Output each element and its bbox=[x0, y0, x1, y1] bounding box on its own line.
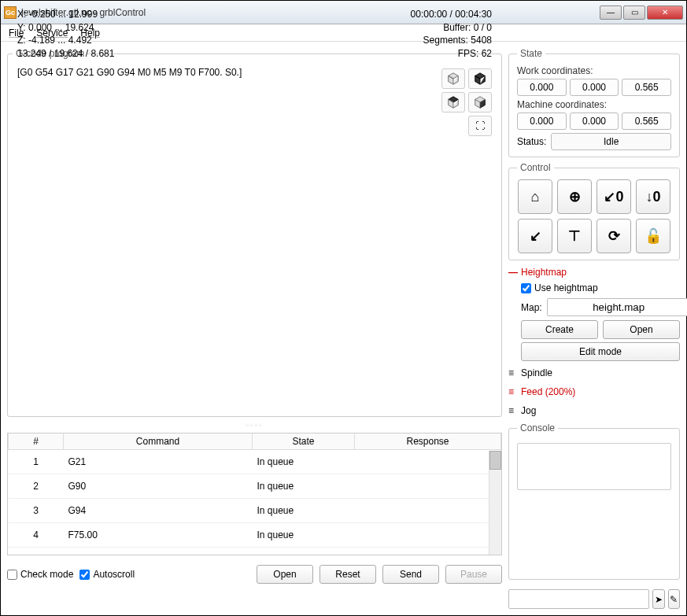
gcode-table: # Command State Response 1G21In queue2G9… bbox=[7, 433, 502, 555]
reset-icon: ⟳ bbox=[608, 227, 620, 245]
viewport-stats: 00:00:00 / 00:04:30 Buffer: 0 / 0 Segmen… bbox=[411, 8, 492, 61]
maximize-button[interactable]: ▭ bbox=[623, 6, 645, 20]
jog-section[interactable]: ≡ Jog bbox=[508, 404, 680, 418]
gcode-header-line: [G0 G54 G17 G21 G90 G94 M0 M5 M9 T0 F700… bbox=[17, 67, 242, 78]
send-button[interactable]: Send bbox=[382, 565, 439, 584]
use-heightmap-checkbox[interactable]: Use heightmap bbox=[521, 282, 680, 293]
map-file-input[interactable] bbox=[547, 298, 687, 316]
col-response[interactable]: Response bbox=[355, 433, 501, 450]
probe-button[interactable]: ⊕ bbox=[557, 179, 592, 214]
console-clear-button[interactable]: ✎ bbox=[668, 589, 681, 609]
heightmap-section[interactable]: — Heightmap bbox=[508, 265, 680, 279]
check-mode-checkbox[interactable]: Check mode bbox=[7, 569, 73, 580]
console-send-button[interactable]: ➤ bbox=[652, 589, 665, 609]
app-icon: Gc bbox=[4, 6, 17, 19]
machine-z: 0.565 bbox=[622, 113, 671, 130]
zero-z-icon: ↓0 bbox=[645, 189, 660, 205]
viewport-bounds: X: -0.250 ... 12.999 Y: 0.000 ... 19.624… bbox=[17, 8, 114, 61]
unlock-button[interactable]: 🔓 bbox=[636, 219, 670, 253]
status-label: Status: bbox=[517, 136, 546, 147]
send-icon: ➤ bbox=[655, 594, 663, 605]
expand-icon: ≡ bbox=[508, 405, 516, 416]
probe-icon: ⊕ bbox=[569, 188, 581, 205]
table-scrollbar[interactable] bbox=[489, 451, 501, 555]
feed-section[interactable]: ≡ Feed (200%) bbox=[508, 385, 680, 399]
autoscroll-checkbox[interactable]: Autoscroll bbox=[79, 569, 135, 580]
heightmap-open-button[interactable]: Open bbox=[603, 320, 680, 339]
view-iso-button[interactable] bbox=[441, 68, 465, 89]
pause-button[interactable]: Pause bbox=[445, 565, 502, 584]
erase-icon: ✎ bbox=[670, 594, 678, 605]
zero-z-button[interactable]: ↓0 bbox=[636, 179, 670, 214]
view-top-button[interactable] bbox=[468, 68, 492, 89]
zero-xy-button[interactable]: ↙0 bbox=[597, 179, 631, 214]
home-button[interactable]: ⌂ bbox=[518, 179, 552, 214]
console-output[interactable] bbox=[517, 443, 671, 490]
collapse-icon: — bbox=[508, 267, 516, 278]
col-command[interactable]: Command bbox=[64, 433, 253, 450]
fullscreen-button[interactable]: ⛶ bbox=[468, 116, 492, 136]
work-y: 0.000 bbox=[570, 79, 619, 96]
work-coords-label: Work coordinates: bbox=[517, 65, 671, 76]
origin-icon: ↙ bbox=[530, 227, 541, 245]
expand-icon: ≡ bbox=[508, 367, 516, 378]
col-num[interactable]: # bbox=[9, 433, 64, 450]
heightmap-edit-button[interactable]: Edit mode bbox=[521, 342, 680, 361]
work-z: 0.565 bbox=[622, 79, 671, 96]
home-icon: ⌂ bbox=[531, 189, 540, 205]
spindle-section[interactable]: ≡ Spindle bbox=[508, 366, 680, 380]
origin-button[interactable]: ↙ bbox=[518, 219, 552, 253]
close-button[interactable]: ✕ bbox=[647, 6, 683, 20]
machine-y: 0.000 bbox=[570, 113, 619, 130]
open-button[interactable]: Open bbox=[257, 565, 313, 584]
col-state[interactable]: State bbox=[253, 433, 355, 450]
safe-z-button[interactable]: ⊤ bbox=[557, 219, 592, 253]
machine-coords-label: Machine coordinates: bbox=[517, 99, 671, 110]
table-row[interactable]: 4F75.00In queue bbox=[9, 523, 501, 548]
status-value: Idle bbox=[551, 133, 671, 150]
view-front-button[interactable] bbox=[441, 92, 465, 113]
expand-icon: ≡ bbox=[508, 386, 516, 397]
console-input[interactable] bbox=[508, 589, 649, 609]
safe-z-icon: ⊤ bbox=[568, 227, 581, 245]
unlock-icon: 🔓 bbox=[645, 227, 662, 245]
reset-button[interactable]: ⟳ bbox=[597, 219, 631, 253]
gcode-panel: G-code program [G0 G54 G17 G21 G90 G94 M… bbox=[7, 48, 502, 417]
state-panel: State Work coordinates: 0.000 0.000 0.56… bbox=[508, 48, 680, 157]
machine-x: 0.000 bbox=[517, 113, 567, 130]
map-label: Map: bbox=[521, 302, 542, 313]
table-row[interactable]: 2G90In queue bbox=[9, 474, 501, 499]
heightmap-create-button[interactable]: Create bbox=[521, 320, 598, 339]
zero-xy-icon: ↙0 bbox=[604, 188, 623, 205]
table-row[interactable]: 3G94In queue bbox=[9, 499, 501, 523]
console-panel: Console bbox=[508, 422, 680, 580]
splitter[interactable]: ○○○○ bbox=[7, 422, 502, 428]
minimize-button[interactable]: — bbox=[600, 6, 622, 20]
work-x: 0.000 bbox=[517, 79, 567, 96]
table-row[interactable]: 1G21In queue bbox=[9, 450, 501, 474]
control-panel: Control ⌂ ⊕ ↙0 ↓0 ↙ ⊤ ⟳ 🔓 bbox=[508, 162, 680, 260]
reset-button[interactable]: Reset bbox=[319, 565, 376, 584]
view-side-button[interactable] bbox=[468, 92, 492, 113]
